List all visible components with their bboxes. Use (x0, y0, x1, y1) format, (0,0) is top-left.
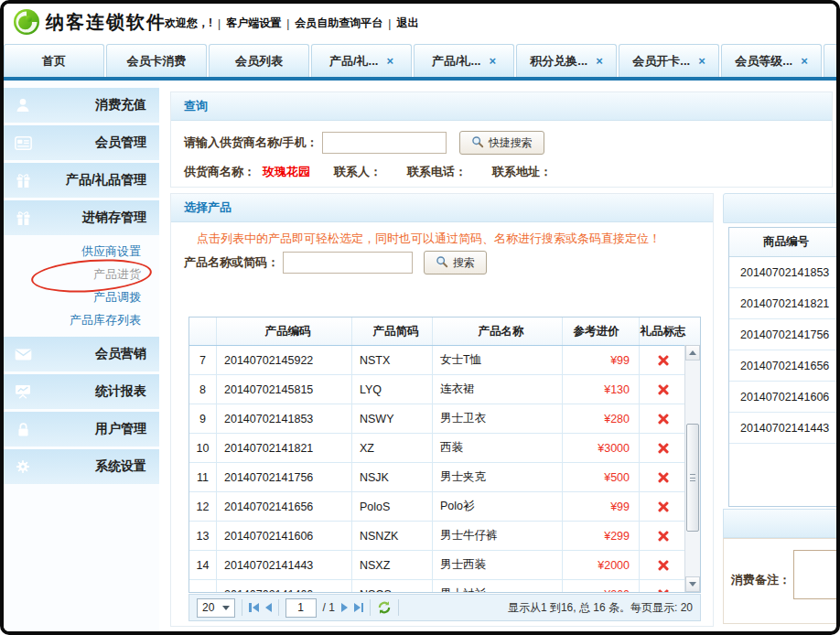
tab-close-icon[interactable]: × (489, 55, 496, 67)
selected-product-row[interactable]: 20140702141656 (729, 350, 840, 382)
product-shortcode-cell: PoloS (352, 492, 433, 521)
tab-close-icon[interactable]: × (698, 55, 705, 67)
product-code-cell: 20140702141400 (217, 580, 352, 593)
sidebar-item-会员营销[interactable]: 会员营销 (4, 337, 159, 371)
page-total-label: / 1 (323, 601, 335, 614)
tab-会员列表[interactable]: 会员列表 (209, 44, 309, 77)
gift-icon (14, 171, 32, 189)
scroll-down-button[interactable] (685, 576, 700, 592)
prev-page-button[interactable] (265, 603, 272, 612)
last-page-button[interactable] (354, 603, 364, 612)
selected-product-row[interactable]: 20140702141756 (729, 319, 840, 350)
red-x-icon (657, 530, 669, 542)
product-search-input[interactable] (283, 252, 413, 274)
table-row[interactable]: 1320140702141606NSNZK男士牛仔裤¥299 (189, 522, 700, 551)
self-service-link[interactable]: 会员自助查询平台 (295, 16, 382, 31)
product-panel-title: 选择产品 (184, 199, 232, 216)
selected-products-panel-header (723, 193, 840, 223)
reference-price-cell: ¥99 (563, 346, 640, 374)
gift-flag-cell (640, 463, 686, 491)
card-icon (14, 134, 32, 152)
sidebar-item-系统设置[interactable]: 系统设置 (4, 449, 159, 484)
reference-price-cell: ¥260 (563, 580, 640, 593)
tab-会员等级...[interactable]: 会员等级...× (721, 44, 822, 77)
magnifier-icon (471, 135, 484, 151)
tab-close-icon[interactable]: × (596, 55, 603, 67)
red-x-icon (657, 500, 669, 512)
tab-会员卡消费[interactable]: 会员卡消费 (106, 44, 207, 77)
product-name-cell: 男士卫衣 (433, 404, 563, 433)
supplier-search-input[interactable] (322, 132, 447, 154)
row-number-cell: 9 (189, 404, 217, 433)
sidebar-item-统计报表[interactable]: 统计报表 (4, 374, 159, 409)
next-page-button[interactable] (341, 603, 348, 612)
red-x-icon (657, 442, 669, 454)
red-x-icon (657, 471, 669, 483)
tab-产品/礼...[interactable]: 产品/礼...× (311, 44, 412, 77)
product-shortcode-cell: NSCS (352, 580, 433, 593)
product-search-button[interactable]: 搜索 (424, 251, 487, 274)
table-row[interactable]: 1420140702141443NSXZ男士西装¥2000 (189, 551, 700, 580)
scrollbar-thumb[interactable] (686, 424, 699, 532)
refresh-icon[interactable] (377, 600, 392, 615)
product-panel: 选择产品 点击列表中的产品即可轻松选定，同时也可以通过简码、名称进行搜索或条码直… (170, 193, 714, 627)
table-row[interactable]: 820140702145815LYQ连衣裙¥130 (189, 375, 700, 404)
query-panel-title: 查询 (184, 98, 208, 114)
selected-product-row[interactable]: 20140702141853 (729, 257, 840, 288)
selected-product-row[interactable]: 20140702141821 (729, 288, 840, 319)
scrollbar-grip-icon (690, 474, 695, 481)
column-header-参考进价: 参考进价 (563, 318, 640, 345)
sidebar-item-用户管理[interactable]: 用户管理 (4, 412, 159, 447)
page-number-input[interactable] (285, 598, 317, 618)
submenu-item-产品调拨[interactable]: 产品调拨 (4, 285, 159, 308)
consume-note-input[interactable] (793, 550, 840, 599)
arrow-down-icon (689, 582, 696, 587)
page-size-select[interactable]: 20 (197, 598, 235, 618)
product-code-cell: 20140702145815 (217, 375, 352, 404)
tab-产品/礼...[interactable]: 产品/礼...× (414, 44, 514, 77)
product-name-cell: 女士T恤 (433, 346, 563, 374)
selected-product-row[interactable]: 20140702141606 (729, 382, 840, 413)
first-page-button[interactable] (249, 603, 259, 612)
submenu-item-供应商设置[interactable]: 供应商设置 (4, 240, 159, 263)
product-code-cell: 20140702145922 (217, 346, 352, 374)
tab-积分兑换...[interactable]: 积分兑换...× (516, 44, 617, 77)
address-label: 联系地址： (492, 164, 552, 180)
logout-link[interactable]: 退出 (396, 16, 418, 31)
submenu-item-产品进货[interactable]: 产品进货 (4, 263, 159, 285)
submenu-item-产品库存列表[interactable]: 产品库存列表 (4, 308, 159, 331)
column-header-产品简码: 产品简码 (352, 318, 433, 345)
table-row[interactable]: 1220140702141656PoloSPolo衫¥99 (189, 492, 700, 522)
tab-label: 会员等级... (735, 53, 792, 70)
vertical-scrollbar[interactable] (684, 345, 700, 592)
selected-product-row[interactable]: 20140702141443 (729, 413, 840, 444)
row-number-cell: 14 (189, 551, 217, 579)
table-row[interactable]: 920140702141853NSWY男士卫衣¥280 (189, 404, 700, 434)
table-row[interactable]: 1120140702141756NSJK男士夹克¥500 (189, 463, 700, 492)
tab-strip: 首页会员卡消费会员列表产品/礼...×产品/礼...×积分兑换...×会员开卡.… (4, 44, 840, 77)
product-code-cell: 20140702141853 (217, 404, 352, 433)
product-shortcode-cell: NSWY (352, 404, 433, 433)
tab-close-icon[interactable]: × (801, 55, 808, 67)
client-settings-link[interactable]: 客户端设置 (226, 16, 281, 31)
tab-会员开卡...[interactable]: 会员开卡...× (619, 44, 719, 77)
reference-price-cell: ¥500 (563, 463, 640, 491)
sidebar-item-进销存管理[interactable]: 进销存管理 (4, 200, 159, 235)
quick-search-button[interactable]: 快捷搜索 (459, 131, 544, 155)
table-row[interactable]: 20140702141400NSCS男士衬衫¥260 (189, 580, 700, 593)
tab-close-icon[interactable]: × (386, 55, 393, 67)
row-number-cell (189, 580, 217, 593)
table-row[interactable]: 720140702145922NSTX女士T恤¥99 (189, 346, 700, 375)
sidebar-item-产品/礼品管理[interactable]: 产品/礼品管理 (4, 163, 159, 198)
tab-首页[interactable]: 首页 (4, 44, 104, 77)
sidebar-item-消费充值[interactable]: 消费充值 (4, 88, 159, 123)
sidebar-item-会员管理[interactable]: 会员管理 (4, 125, 159, 160)
scroll-up-button[interactable] (685, 345, 700, 361)
mail-icon (14, 345, 32, 363)
product-shortcode-cell: NSJK (352, 463, 433, 491)
product-name-cell: 连衣裙 (433, 375, 563, 404)
row-number-cell: 13 (189, 522, 217, 550)
product-shortcode-cell: NSXZ (352, 551, 433, 579)
tab-供应商...[interactable]: 供应商...× (824, 44, 840, 77)
table-row[interactable]: 1020140702141821XZ西装¥3000 (189, 434, 700, 463)
